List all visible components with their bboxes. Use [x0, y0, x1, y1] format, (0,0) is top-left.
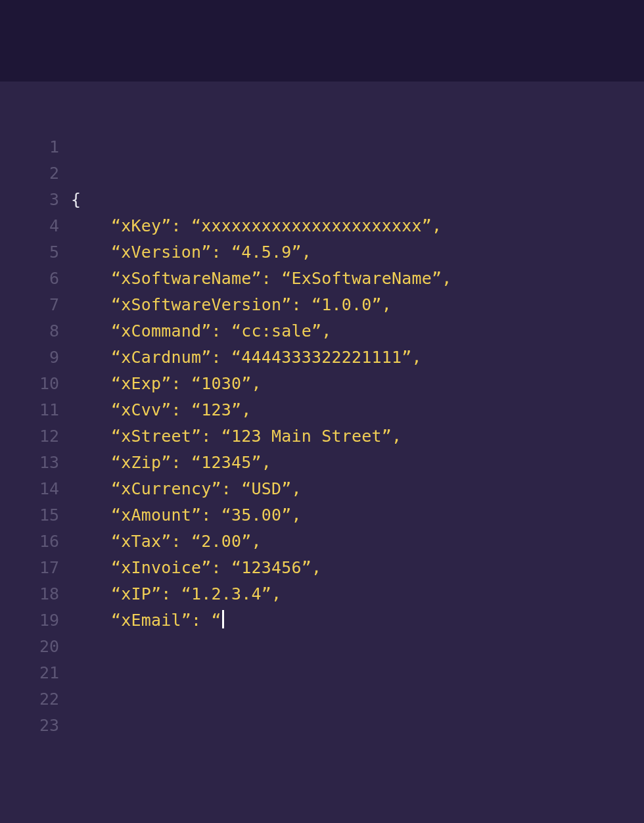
- line-number: 2: [0, 160, 71, 187]
- line-number: 16: [0, 529, 71, 555]
- line-number: 13: [0, 450, 71, 476]
- line-number: 7: [0, 292, 71, 318]
- line-number: 5: [0, 239, 71, 266]
- code-text: “xVersion”: “4.5.9”,: [71, 239, 311, 266]
- code-editor[interactable]: 1 2 3 { 4 “xKey”: “xxxxxxxxxxxxxxxxxxxxx…: [0, 82, 644, 823]
- code-text: {: [71, 187, 81, 213]
- code-line[interactable]: 19 “xEmail”: “: [0, 607, 644, 634]
- code-text: “xCvv”: “123”,: [71, 397, 252, 423]
- code-line[interactable]: 17 “xInvoice”: “123456”,: [0, 555, 644, 581]
- code-line[interactable]: 1: [0, 134, 644, 160]
- line-number: 11: [0, 397, 71, 423]
- line-number: 22: [0, 686, 71, 713]
- line-number: 3: [0, 187, 71, 213]
- code-text: “xExp”: “1030”,: [71, 371, 262, 397]
- code-line[interactable]: 4 “xKey”: “xxxxxxxxxxxxxxxxxxxxxx”,: [0, 213, 644, 239]
- line-number: 8: [0, 318, 71, 344]
- line-number: 21: [0, 660, 71, 686]
- line-number: 18: [0, 581, 71, 607]
- code-text: “xStreet”: “123 Main Street”,: [71, 423, 402, 450]
- editor-topbar: [0, 0, 644, 82]
- code-line[interactable]: 12 “xStreet”: “123 Main Street”,: [0, 423, 644, 450]
- code-text: “xKey”: “xxxxxxxxxxxxxxxxxxxxxx”,: [71, 213, 442, 239]
- line-number: 19: [0, 607, 71, 634]
- code-line[interactable]: 23: [0, 713, 644, 739]
- line-number: 10: [0, 371, 71, 397]
- code-line[interactable]: 14 “xCurrency”: “USD”,: [0, 476, 644, 502]
- line-number: 14: [0, 476, 71, 502]
- line-number: 9: [0, 344, 71, 371]
- code-text: “xSoftwareName”: “ExSoftwareName”,: [71, 266, 452, 292]
- code-line[interactable]: 8 “xCommand”: “cc:sale”,: [0, 318, 644, 344]
- code-text: “xCardnum”: “4444333322221111”,: [71, 344, 422, 371]
- line-number: 6: [0, 266, 71, 292]
- line-number: 17: [0, 555, 71, 581]
- text-cursor: [222, 610, 224, 628]
- line-number: 1: [0, 134, 71, 160]
- code-line[interactable]: 11 “xCvv”: “123”,: [0, 397, 644, 423]
- code-line[interactable]: 5 “xVersion”: “4.5.9”,: [0, 239, 644, 266]
- code-line[interactable]: 9 “xCardnum”: “4444333322221111”,: [0, 344, 644, 371]
- line-number: 4: [0, 213, 71, 239]
- code-text: “xInvoice”: “123456”,: [71, 555, 321, 581]
- code-line[interactable]: 15 “xAmount”: “35.00”,: [0, 502, 644, 529]
- code-text: “xSoftwareVersion”: “1.0.0”,: [71, 292, 392, 318]
- line-number: 12: [0, 423, 71, 450]
- code-line[interactable]: 21: [0, 660, 644, 686]
- code-line[interactable]: 6 “xSoftwareName”: “ExSoftwareName”,: [0, 266, 644, 292]
- code-line[interactable]: 3 {: [0, 187, 644, 213]
- code-line[interactable]: 22: [0, 686, 644, 713]
- code-text: “xCommand”: “cc:sale”,: [71, 318, 332, 344]
- line-number: 20: [0, 634, 71, 660]
- code-text: “xIP”: “1.2.3.4”,: [71, 581, 281, 607]
- code-line[interactable]: 2: [0, 160, 644, 187]
- line-number: 23: [0, 713, 71, 739]
- code-text: “xAmount”: “35.00”,: [71, 502, 302, 529]
- code-line[interactable]: 7 “xSoftwareVersion”: “1.0.0”,: [0, 292, 644, 318]
- code-text: “xEmail”: “: [71, 607, 224, 634]
- code-text: “xTax”: “2.00”,: [71, 529, 262, 555]
- code-text: “xZip”: “12345”,: [71, 450, 271, 476]
- line-number: 15: [0, 502, 71, 529]
- code-line[interactable]: 20: [0, 634, 644, 660]
- code-line[interactable]: 16 “xTax”: “2.00”,: [0, 529, 644, 555]
- code-text: “xCurrency”: “USD”,: [71, 476, 302, 502]
- code-line[interactable]: 18 “xIP”: “1.2.3.4”,: [0, 581, 644, 607]
- code-line[interactable]: 13 “xZip”: “12345”,: [0, 450, 644, 476]
- code-line[interactable]: 10 “xExp”: “1030”,: [0, 371, 644, 397]
